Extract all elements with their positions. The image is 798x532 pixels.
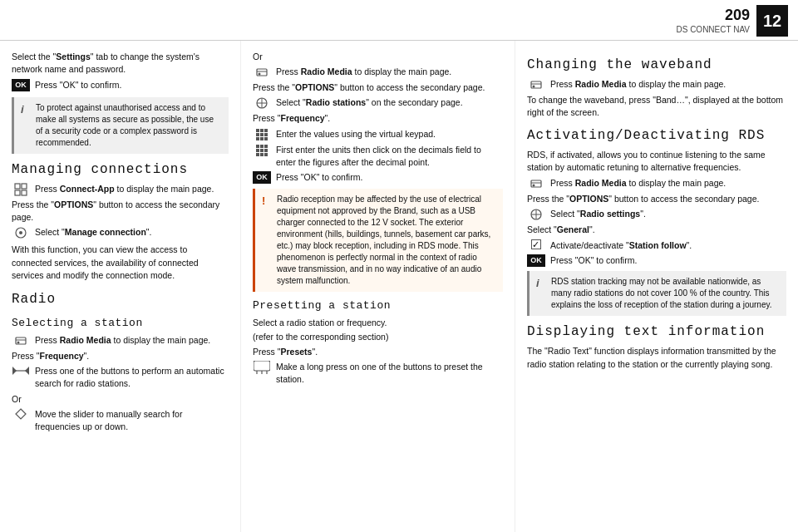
radio-media-mid-text: Press Radio Media to display the main pa…	[276, 66, 503, 78]
sub-selecting-heading: Selecting a station	[12, 316, 229, 332]
manage-connection-text: Select "Manage connection".	[35, 226, 229, 239]
svg-rect-32	[260, 149, 264, 152]
svg-rect-33	[264, 149, 268, 152]
svg-rect-19	[256, 129, 259, 132]
svg-rect-21	[264, 129, 268, 132]
section-radio-heading: Radio	[12, 290, 229, 309]
header-right: 209 DS CONNECT NAV 12	[676, 5, 788, 37]
refer-text: (refer to the corresponding section)	[253, 331, 503, 343]
arrows-icon	[12, 365, 30, 377]
svg-rect-37	[254, 361, 270, 371]
svg-rect-25	[256, 137, 259, 140]
frequency-step-left: Press "Frequency".	[12, 350, 229, 362]
or-1: Or	[12, 393, 229, 406]
section-displaying-heading: Displaying text information	[527, 323, 786, 342]
activate-station-step: Activate/deactivate "Station follow".	[527, 239, 786, 252]
connect-app-text: Press Connect-App to display the main pa…	[35, 183, 229, 195]
bookmark-icon	[253, 361, 271, 374]
ok-step-text: Press "OK" to confirm.	[35, 79, 229, 91]
keypad-icon	[253, 128, 271, 141]
info-box-right: i RDS station tracking may not be availa…	[527, 271, 786, 316]
select-station-text: Select a radio station or frequency.	[253, 317, 503, 329]
search-step-text: Press one of the buttons to perform an a…	[35, 365, 229, 390]
svg-point-5	[19, 231, 22, 234]
svg-rect-22	[256, 133, 259, 136]
radio-stations-text: Select "Radio stations" on the secondary…	[276, 96, 503, 109]
rds-settings-text: Select "Radio settings".	[550, 208, 786, 220]
section-rds-heading: Activating/Deactivating RDS	[527, 126, 786, 145]
activate-station-text: Activate/deactivate "Station follow".	[550, 239, 786, 252]
press-presets-text: Press "Presets".	[253, 346, 503, 358]
warning-box-mid: ! Radio reception may be affected by the…	[253, 189, 503, 292]
waveband-radio-step: Press Radio Media to display the main pa…	[527, 78, 786, 91]
ok-icon-1: OK	[12, 79, 30, 91]
checkbox-symbol	[531, 239, 541, 249]
warning-text: Radio reception may be affected by the u…	[277, 194, 496, 287]
ok-right-step: OK Press "OK" to confirm.	[527, 254, 786, 267]
nav-icon-mid	[253, 96, 271, 110]
connect-app-step: Press Connect-App to display the main pa…	[12, 183, 229, 196]
svg-rect-27	[264, 137, 268, 140]
options-step: Press the "OPTIONS" button to access the…	[12, 199, 229, 224]
svg-point-43	[533, 86, 535, 88]
enter-values-step: Enter the values using the virtual keypa…	[253, 128, 503, 141]
col-left: Select the "Settings" tab to change the …	[0, 41, 241, 532]
chapter-title: DS CONNECT NAV	[676, 24, 750, 36]
slider-step-row: Move the slider to manually search for f…	[12, 408, 229, 433]
ok-right-text: Press "OK" to confirm.	[550, 254, 786, 267]
ok-badge-right: OK	[527, 254, 545, 267]
chapter-number: 12	[756, 5, 788, 37]
settings-icon	[12, 226, 30, 239]
svg-rect-2	[15, 190, 20, 195]
or-top: Or	[253, 51, 503, 63]
ok-mid-step: OK Press "OK" to confirm.	[253, 171, 503, 184]
svg-rect-29	[260, 145, 264, 148]
grid-icon	[12, 183, 30, 196]
nav-icon-right	[527, 208, 545, 221]
svg-rect-26	[260, 137, 264, 140]
ok-icon-mid: OK	[253, 171, 271, 184]
first-enter-text: First enter the units then click on the …	[276, 144, 503, 169]
col-middle: Or Press Radio Media to display the main…	[241, 41, 515, 532]
ok-badge-1: OK	[12, 79, 30, 91]
svg-rect-23	[260, 133, 264, 136]
manage-connection-step: Select "Manage connection".	[12, 226, 229, 239]
svg-rect-0	[15, 184, 20, 189]
page-number: 209	[676, 7, 750, 24]
long-press-step: Make a long press on one of the buttons …	[253, 361, 503, 386]
svg-rect-30	[264, 145, 268, 148]
displaying-desc-text: The "Radio Text" function displays infor…	[527, 345, 786, 370]
long-press-text: Make a long press on one of the buttons …	[276, 361, 503, 386]
ok-badge-mid: OK	[253, 171, 271, 184]
svg-rect-31	[256, 149, 259, 152]
description-text: With this function, you can view the acc…	[12, 244, 229, 282]
rds-radio-step: Press Radio Media to display the main pa…	[527, 177, 786, 190]
svg-rect-24	[264, 133, 268, 136]
info-icon: i	[21, 102, 31, 149]
svg-rect-1	[22, 184, 27, 189]
checkbox-icon	[527, 239, 545, 249]
section-waveband-heading: Changing the waveband	[527, 56, 786, 75]
radio-media-step-left: Press Radio Media to display the main pa…	[12, 334, 229, 347]
info-text-right: RDS station tracking may not be availabl…	[551, 276, 780, 311]
first-enter-step: First enter the units then click on the …	[253, 144, 503, 169]
svg-marker-12	[16, 409, 26, 419]
svg-rect-34	[256, 153, 259, 156]
info-icon-right: i	[536, 276, 546, 311]
page-container: 209 DS CONNECT NAV 12 Select the "Settin…	[0, 0, 798, 532]
warning-icon: !	[262, 194, 272, 287]
search-step-row: Press one of the buttons to perform an a…	[12, 365, 229, 390]
ok-mid-text: Press "OK" to confirm.	[276, 171, 503, 184]
info-text: To protect against unauthorised access a…	[36, 102, 222, 149]
ok-icon-right: OK	[527, 254, 545, 267]
col-right: Changing the waveband Press Radio Media …	[515, 41, 798, 532]
svg-point-8	[17, 341, 20, 343]
rds-settings-step: Select "Radio settings".	[527, 208, 786, 221]
svg-point-15	[259, 73, 261, 76]
diamond-icon	[12, 408, 30, 420]
svg-point-46	[533, 185, 535, 187]
rds-desc-text: RDS, if activated, allows you to continu…	[527, 149, 786, 174]
radio-stations-step: Select "Radio stations" on the secondary…	[253, 96, 503, 110]
svg-rect-3	[22, 190, 27, 195]
slider-step-text: Move the slider to manually search for f…	[35, 408, 229, 433]
